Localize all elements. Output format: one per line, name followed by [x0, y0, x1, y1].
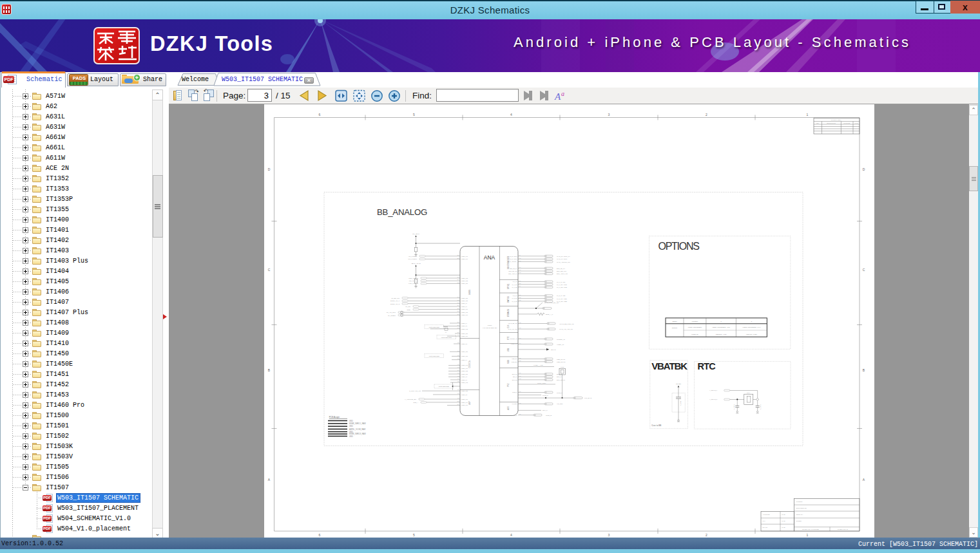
svg-text:FUSB_+_LTB: FUSB_+_LTB — [533, 364, 543, 366]
svg-text:A: A — [554, 91, 561, 102]
svg-text:310: 310 — [457, 276, 459, 277]
svg-text:WAN_RXADPT_TX: WAN_RXADPT_TX — [557, 256, 570, 258]
svg-text:a: a — [561, 90, 564, 97]
svg-text:431: 431 — [457, 355, 459, 356]
svg-text:MSM8_SMR2.1_RAW: MSM8_SMR2.1_RAW — [349, 422, 366, 425]
svg-text:101: 101 — [519, 260, 521, 261]
svg-text:MIC2_N: MIC2_N — [543, 395, 548, 397]
svg-text:Via to Main Gnd: Via to Main Gnd — [428, 326, 439, 328]
svg-text:VREG_L22: VREG_L22 — [461, 370, 468, 372]
svg-text:RTC: RTC — [698, 361, 716, 371]
svg-text:SCHEMATIC A3 PRINTED: SCHEMATIC A3 PRINTED — [802, 529, 820, 530]
svg-text:318: 318 — [457, 282, 459, 283]
svg-text:KPD_PWR_N: KPD_PWR_N — [408, 283, 418, 285]
svg-text:VREG_L1: VREG_L1 — [461, 303, 468, 305]
svg-text:VCGRAMP1(DCDC): VCGRAMP1(DCDC) — [687, 326, 702, 328]
svg-text:DATE: DATE — [782, 514, 786, 515]
svg-text:120: 120 — [519, 297, 521, 298]
svg-text:507: 507 — [457, 404, 459, 405]
svg-text:SPK_P: SPK_P — [543, 409, 548, 411]
svg-text:D: D — [863, 167, 865, 171]
svg-text:VREG_L15: VREG_L15 — [461, 312, 468, 314]
svg-text:BT2_LB1_GC: BT2_LB1_GC — [557, 270, 566, 272]
svg-text:4: 4 — [510, 533, 512, 537]
svg-text:133: 133 — [519, 322, 521, 323]
svg-text:VREG_L12: VREG_L12 — [461, 328, 468, 330]
svg-text:VCXO_BB_GN: VCXO_BB_GN — [508, 323, 517, 324]
svg-text:ANAIN: ANAIN — [468, 290, 471, 295]
svg-text:VREG_L25: VREG_L25 — [461, 390, 468, 392]
svg-text:VREG_L7: VREG_L7 — [461, 379, 468, 381]
svg-text:VREG_L14: VREG_L14 — [461, 402, 468, 404]
svg-text:VREG_L16: VREG_L16 — [461, 258, 468, 260]
svg-text:VREG_L24: VREG_L24 — [461, 335, 468, 337]
svg-text:USB_DM TP: USB_DM TP — [557, 361, 566, 363]
svg-text:PM_THERM: PM_THERM — [408, 258, 417, 260]
svg-text:VBATBK: VBATBK — [651, 361, 687, 371]
svg-text:VSGRP1>=1.2V: VSGRP1>=1.2V — [715, 333, 727, 335]
svg-text:Function: Function — [692, 321, 698, 323]
svg-text:412: 412 — [457, 342, 459, 343]
svg-text:X_32KHZ_1: X_32KHZ_1 — [709, 389, 718, 391]
svg-text:DATE: DATE — [782, 527, 786, 528]
svg-text:BT2_ADPT_GC: BT2_ADPT_GC — [557, 273, 568, 275]
svg-text:D: D — [268, 167, 271, 171]
svg-text:113: 113 — [519, 283, 521, 284]
svg-text:100: 100 — [519, 258, 521, 259]
svg-text:VREG_L20: VREG_L20 — [461, 333, 468, 335]
svg-text:VREG_L18: VREG_L18 — [461, 277, 468, 279]
svg-text:C_RTC1: C_RTC1 — [733, 404, 735, 409]
svg-text:VREG_L20: VREG_L20 — [461, 351, 468, 353]
svg-text:169: 169 — [519, 391, 521, 392]
svg-text:PS_HOLD_R: PS_HOLD_R — [409, 280, 418, 282]
svg-text:VREG_L27: VREG_L27 — [461, 355, 468, 357]
svg-text:TP_XO_OUT: TP_XO_OUT — [387, 312, 396, 314]
svg-text:2_ohm AMP_out: 2_ohm AMP_out — [409, 390, 421, 392]
svg-text:X_VOLUME_BM: X_VOLUME_BM — [405, 398, 416, 400]
svg-text:VCGRAMP1(DCDC)=1.9V: VCGRAMP1(DCDC)=1.9V — [742, 326, 761, 328]
svg-text:VREG_L11: VREG_L11 — [461, 256, 468, 258]
svg-text:uphst_f5: uphst_f5 — [512, 415, 518, 417]
svg-text:MIC2: MIC2 — [561, 366, 564, 368]
svg-text:AUX: AUX — [507, 406, 510, 410]
svg-text:502: 502 — [457, 400, 459, 402]
svg-text:MIC2_P: MIC2_P — [557, 392, 562, 394]
svg-text:USB_DP TP: USB_DP TP — [557, 359, 566, 361]
svg-text:BT3_LG: BT3_LG — [512, 373, 517, 375]
svg-text:3: 3 — [608, 533, 610, 537]
svg-text:GND: GND — [349, 420, 353, 422]
svg-text:WAN_TXADPT: WAN_TXADPT — [557, 258, 568, 260]
svg-text:RTC32K_IN: RTC32K_IN — [557, 339, 565, 341]
svg-text:SHEET 3 OF 15: SHEET 3 OF 15 — [838, 529, 849, 530]
svg-text:C_VBB: C_VBB — [680, 400, 682, 406]
svg-text:CLK: CLK — [507, 324, 510, 328]
svg-text:136: 136 — [519, 327, 521, 328]
svg-text:M_2_G: M_2_G — [513, 295, 517, 297]
svg-text:BT2_LB1_GC: BT2_LB1_GC — [509, 270, 517, 272]
svg-text:153: 153 — [519, 360, 521, 361]
svg-text:396: 396 — [457, 332, 459, 333]
svg-text:HS_DET: HS_DET — [557, 403, 563, 405]
svg-text:VREG_L10: VREG_L10 — [461, 398, 468, 400]
svg-text:2: 2 — [706, 533, 707, 537]
svg-text:485: 485 — [457, 389, 459, 390]
svg-text:APPROVED: APPROVED — [843, 122, 850, 124]
svg-text:DOCUMENT NR: DOCUMENT NR — [796, 507, 807, 509]
svg-text:AMP4L_VCOM_RAW: AMP4L_VCOM_RAW — [349, 428, 366, 431]
svg-text:SLB_A: SLB_A — [414, 402, 419, 404]
svg-text:RTC32K_IN: RTC32K_IN — [510, 338, 517, 340]
svg-text:CTRL_MSM: CTRL_MSM — [537, 382, 546, 384]
svg-text:5: 5 — [413, 533, 415, 537]
svg-text:VREG_L4: VREG_L4 — [461, 359, 468, 361]
svg-text:VBATBK: VBATBK — [676, 383, 682, 384]
svg-text:SSBI: SSBI — [407, 309, 411, 311]
svg-text:VREG_L10: VREG_L10 — [461, 308, 468, 310]
svg-text:Ccoc to BB: Ccoc to BB — [651, 424, 661, 427]
svg-text:424: 424 — [457, 350, 459, 351]
svg-text:BT2_ADPT_G: BT2_ADPT_G — [508, 273, 517, 275]
svg-text:M_1_G2: M_1_G2 — [512, 286, 518, 288]
svg-text:467: 467 — [457, 378, 459, 379]
svg-text:111: 111 — [519, 280, 521, 281]
svg-text:VREG_L13: VREG_L13 — [461, 364, 468, 366]
svg-text:TP_EN: TP_EN — [405, 306, 410, 308]
